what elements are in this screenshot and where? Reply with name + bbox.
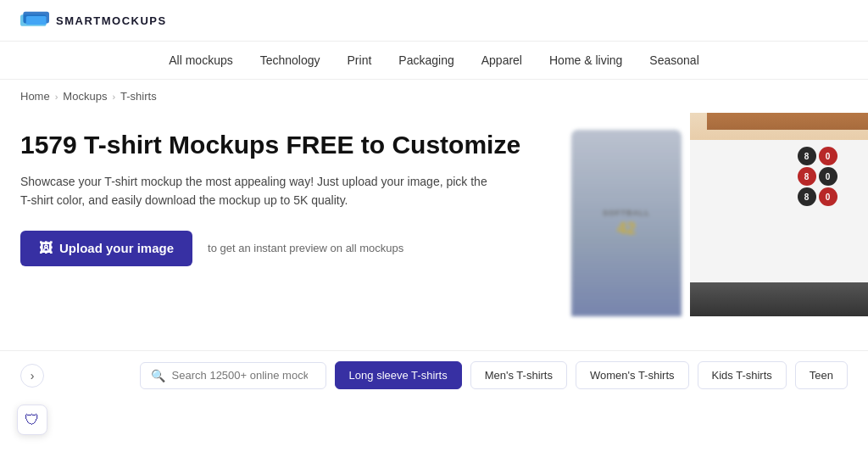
breadcrumb-sep-1: › — [55, 92, 58, 102]
upload-button-label: Upload your image — [59, 241, 174, 255]
upload-icon: 🖼 — [39, 241, 53, 256]
nav-item-seasonal[interactable]: Seasonal — [649, 53, 698, 67]
hero-images: SOFTBALL 42 8 0 — [563, 113, 868, 350]
logo-icon — [20, 10, 49, 31]
search-icon: 🔍 — [151, 369, 165, 382]
nav-item-technology[interactable]: Technology — [260, 53, 320, 67]
hero-cta-row: 🖼 Upload your image to get an instant pr… — [20, 231, 520, 266]
upload-button[interactable]: 🖼 Upload your image — [20, 231, 192, 266]
nav-item-home-living[interactable]: Home & living — [549, 53, 622, 67]
breadcrumb-sep-2: › — [112, 92, 115, 102]
tshirt-back-design: SOFTBALL 42 — [597, 198, 656, 248]
nav-item-apparel[interactable]: Apparel — [481, 53, 522, 67]
search-input[interactable] — [172, 369, 308, 382]
breadcrumb: Home › Mockups › T-shirts — [0, 80, 868, 113]
breadcrumb-home[interactable]: Home — [20, 90, 50, 103]
nav-item-all-mockups[interactable]: All mockups — [169, 53, 232, 67]
nav-item-print[interactable]: Print — [348, 53, 372, 67]
breadcrumb-current: T-shirts — [120, 90, 157, 103]
person-back: SOFTBALL 42 — [571, 130, 682, 316]
category-chip-womens[interactable]: Women's T-shirts — [576, 361, 689, 389]
header: SMARTMOCKUPS — [0, 0, 868, 42]
svg-rect-2 — [26, 16, 47, 25]
category-chip-mens[interactable]: Men's T-shirts — [470, 361, 567, 389]
categories-bar: › 🔍 Long sleeve T-shirtsMen's T-shirtsWo… — [0, 350, 868, 399]
category-chip-teen[interactable]: Teen — [795, 361, 848, 389]
logo-text: SMARTMOCKUPS — [56, 14, 167, 27]
hero-content: 1579 T-shirt Mockups FREE to Customize S… — [20, 130, 520, 266]
main-nav: All mockupsTechnologyPrintPackagingAppar… — [0, 42, 868, 80]
search-area: 🔍 — [140, 362, 326, 389]
person-front: 8 0 8 0 8 0 — [690, 113, 868, 316]
hero-section: 1579 T-shirt Mockups FREE to Customize S… — [0, 113, 868, 350]
breadcrumb-mockups[interactable]: Mockups — [63, 90, 107, 103]
tshirt-numbers: 8 0 8 0 8 0 — [783, 147, 851, 232]
hero-title: 1579 T-shirt Mockups FREE to Customize — [20, 130, 520, 160]
logo-area[interactable]: SMARTMOCKUPS — [20, 10, 167, 31]
cta-hint: to get an instant preview on all mockups — [208, 242, 403, 254]
hero-description: Showcase your T-shirt mockup the most ap… — [20, 172, 495, 210]
categories-next-arrow[interactable]: › — [20, 364, 44, 388]
nav-item-packaging[interactable]: Packaging — [398, 53, 453, 67]
category-chip-long-sleeve[interactable]: Long sleeve T-shirts — [335, 361, 462, 389]
category-chip-kids[interactable]: Kids T-shirts — [698, 361, 787, 389]
tshirt-scene: SOFTBALL 42 8 0 — [563, 113, 868, 316]
